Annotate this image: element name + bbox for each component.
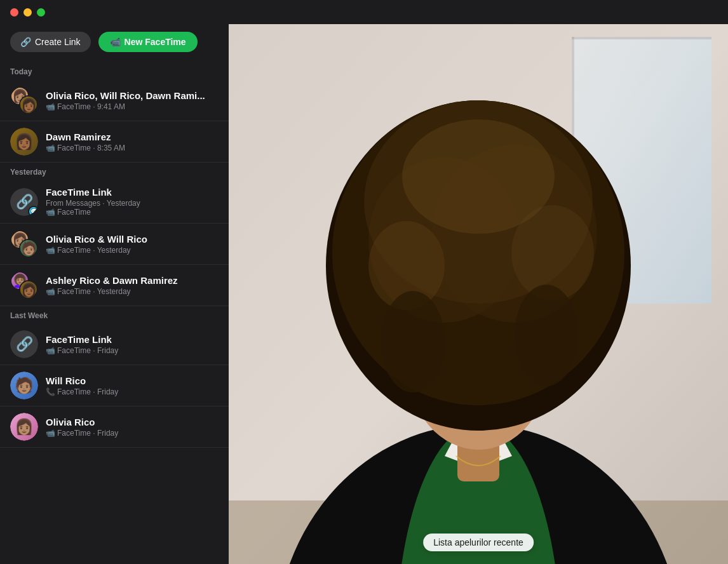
call-name: Olivia Rico, Will Rico, Dawn Rami... [46,90,219,101]
list-item[interactable]: 👩🏾 Dawn Ramirez 📹 FaceTime · 8:35 AM [0,121,229,163]
call-detail: 📹 FaceTime · 8:35 AM [46,144,219,152]
call-info: Ashley Rico & Dawn Ramirez 📹 FaceTime · … [46,275,219,296]
avatar-sub-dawn2: 👩🏾 [19,280,38,299]
avatar: 👩🏽 [10,413,38,441]
svg-point-27 [402,119,555,234]
avatar: 👩🏽‍🦱 👩🏾 [10,271,38,299]
section-yesterday: Yesterday [0,163,229,180]
section-last-week: Last Week [0,306,229,324]
video-icon: 📹 [46,208,55,217]
video-icon: 📹 [46,144,55,152]
list-item[interactable]: 👩🏽 👩🏾 Olivia Rico, Will Rico, Dawn Rami.… [0,80,229,121]
section-today: Today [0,62,229,80]
call-name: FaceTime Link [46,334,219,345]
create-link-button[interactable]: 🔗 Create Link [10,32,91,52]
call-detail-sub: 📹 FaceTime [46,208,219,217]
caption-text: Lista apelurilor recente [433,537,523,547]
call-detail: From Messages · Yesterday [46,199,219,208]
call-info: Will Rico 📞 FaceTime · Friday [46,375,219,396]
avatar-sub-will: 🧑🏽 [19,239,38,258]
avatar-sub-dawn: 👩🏾 [19,95,38,114]
call-detail: 📹 FaceTime · Friday [46,346,219,355]
caption: Lista apelurilor recente [423,534,534,551]
call-detail: 📹 FaceTime · 9:41 AM [46,102,219,111]
svg-rect-4 [572,37,711,39]
link-icon: 🔗 [20,37,31,47]
call-detail: 📞 FaceTime · Friday [46,387,219,396]
maximize-button[interactable] [37,8,45,17]
list-item[interactable]: 🔗 FaceTime Link 📹 FaceTime · Friday [0,324,229,365]
call-name: Will Rico [46,375,219,386]
call-info: Olivia Rico & Will Rico 📹 FaceTime · Yes… [46,234,219,255]
list-item[interactable]: 👩🏽 Olivia Rico 📹 FaceTime · Friday [0,406,229,448]
video-icon: 📹 [46,287,55,296]
avatar: 🧑🏽 [10,372,38,399]
call-name: Olivia Rico [46,417,219,427]
call-name: FaceTime Link [46,187,219,198]
messages-badge: 💬 [28,206,38,216]
list-item[interactable]: 👩🏽‍🦱 👩🏾 Ashley Rico & Dawn Ramirez 📹 Fac… [0,265,229,306]
avatar: 👩🏽 🧑🏽 [10,230,38,258]
video-icon: 📹 [46,429,55,438]
avatar: 👩🏽 👩🏾 [10,86,38,114]
new-facetime-button[interactable]: 📹 New FaceTime [98,32,198,52]
app-container: 🔗 Create Link 📹 New FaceTime Today 👩🏽 👩🏾 [0,24,728,564]
traffic-lights [10,8,45,17]
video-camera-icon: 📹 [110,37,121,47]
video-icon: 📹 [46,102,55,111]
portrait-preview [229,24,728,564]
call-name: Dawn Ramirez [46,131,219,142]
call-detail: 📹 FaceTime · Yesterday [46,246,219,255]
call-detail: 📹 FaceTime · Yesterday [46,287,219,296]
video-icon: 📹 [46,246,55,255]
call-info: Olivia Rico 📹 FaceTime · Friday [46,417,219,438]
call-info: FaceTime Link 📹 FaceTime · Friday [46,334,219,355]
phone-icon: 📞 [46,387,55,396]
close-button[interactable] [10,8,18,17]
call-info: FaceTime Link From Messages · Yesterday … [46,187,219,217]
call-name: Ashley Rico & Dawn Ramirez [46,275,219,286]
new-facetime-label: New FaceTime [125,37,186,47]
title-bar [0,0,728,24]
messages-badge-icon: 💬 [30,208,37,215]
sidebar: 🔗 Create Link 📹 New FaceTime Today 👩🏽 👩🏾 [0,24,229,564]
call-detail: 📹 FaceTime · Friday [46,429,219,438]
list-item[interactable]: 🧑🏽 Will Rico 📞 FaceTime · Friday [0,365,229,406]
avatar: 🔗 [10,330,38,358]
create-link-label: Create Link [35,37,81,47]
link-avatar: 🔗 [10,330,38,358]
avatar: 🔗 💬 [10,188,38,216]
minimize-button[interactable] [24,8,32,17]
svg-point-29 [515,285,578,386]
call-info: Dawn Ramirez 📹 FaceTime · 8:35 AM [46,131,219,152]
toolbar: 🔗 Create Link 📹 New FaceTime [0,24,229,62]
svg-point-28 [381,291,445,393]
video-icon: 📹 [46,346,55,355]
list-item[interactable]: 🔗 💬 FaceTime Link From Messages · Yester… [0,180,229,224]
avatar: 👩🏾 [10,128,38,156]
list-item[interactable]: 👩🏽 🧑🏽 Olivia Rico & Will Rico 📹 FaceTime… [0,224,229,265]
call-info: Olivia Rico, Will Rico, Dawn Rami... 📹 F… [46,90,219,111]
call-name: Olivia Rico & Will Rico [46,234,219,245]
main-panel: Lista apelurilor recente [229,24,728,564]
